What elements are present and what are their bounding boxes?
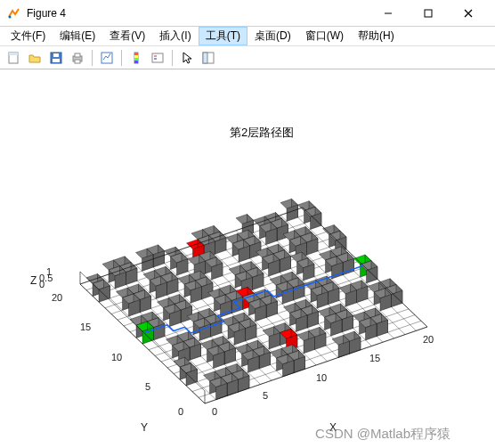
menu-window[interactable]: 窗口(W)	[298, 27, 351, 45]
toolbar-separator	[92, 50, 93, 66]
chart-title: 第2层路径图	[230, 125, 294, 141]
z-tick: 1	[46, 266, 52, 277]
x-tick: 0	[212, 406, 217, 417]
x-tick: 10	[316, 372, 327, 383]
svg-rect-13	[75, 60, 80, 63]
svg-rect-24	[203, 53, 207, 63]
x-tick: 5	[263, 390, 268, 401]
watermark: CSDN @Matlab程序猿	[315, 426, 450, 443]
print-icon[interactable]	[68, 48, 87, 68]
plot-3d-svg	[31, 141, 467, 426]
y-tick: 10	[111, 352, 122, 362]
svg-rect-17	[134, 55, 138, 58]
y-tick: 15	[80, 322, 91, 332]
svg-rect-16	[134, 53, 138, 55]
menu-help[interactable]: 帮助(H)	[351, 27, 402, 45]
svg-rect-18	[134, 58, 138, 61]
menu-view[interactable]: 查看(V)	[102, 27, 152, 45]
menubar: 文件(F) 编辑(E) 查看(V) 插入(I) 工具(T) 桌面(D) 窗口(W…	[0, 27, 495, 46]
menu-desktop[interactable]: 桌面(D)	[248, 27, 298, 45]
toolbar-separator	[172, 50, 173, 66]
svg-rect-10	[53, 53, 59, 57]
maximize-button[interactable]	[408, 0, 448, 27]
x-tick: 20	[423, 334, 434, 345]
svg-line-509	[303, 208, 427, 327]
y-tick: 20	[52, 292, 62, 303]
x-tick: 15	[369, 353, 380, 363]
open-file-icon[interactable]	[25, 48, 45, 68]
svg-rect-9	[53, 59, 60, 62]
pointer-icon[interactable]	[177, 48, 197, 68]
link-plot-icon[interactable]	[97, 48, 117, 68]
svg-point-1	[9, 15, 12, 18]
insert-colorbar-icon[interactable]	[126, 48, 146, 68]
new-figure-icon[interactable]	[4, 48, 23, 68]
menu-edit[interactable]: 编辑(E)	[53, 27, 102, 45]
toolbar	[0, 46, 495, 69]
titlebar: Figure 4	[0, 0, 495, 27]
menu-insert[interactable]: 插入(I)	[152, 27, 198, 45]
svg-rect-20	[152, 53, 163, 62]
window-title: Figure 4	[27, 7, 368, 20]
figure-axes[interactable]: 第2层路径图 Z Y X 0 0.5 1 20 15 10 5 0 0 5 10…	[0, 69, 495, 448]
z-axis-label: Z	[30, 274, 37, 287]
minimize-button[interactable]	[368, 0, 408, 27]
y-axis-label: Y	[141, 421, 148, 434]
y-tick: 5	[145, 381, 150, 392]
insert-legend-icon[interactable]	[148, 48, 167, 68]
close-button[interactable]	[448, 0, 488, 27]
matlab-figure-icon	[7, 6, 21, 20]
save-icon[interactable]	[46, 48, 66, 68]
svg-rect-3	[425, 10, 432, 17]
svg-rect-7	[9, 53, 18, 55]
menu-tools[interactable]: 工具(T)	[199, 27, 248, 45]
svg-rect-12	[75, 53, 80, 57]
svg-rect-19	[134, 61, 138, 63]
menu-file[interactable]: 文件(F)	[4, 27, 53, 45]
y-tick: 0	[178, 406, 183, 417]
toolbar-separator	[121, 50, 122, 66]
svg-rect-14	[101, 53, 112, 63]
axes-3d	[31, 141, 467, 426]
dock-figure-icon[interactable]	[199, 48, 218, 68]
